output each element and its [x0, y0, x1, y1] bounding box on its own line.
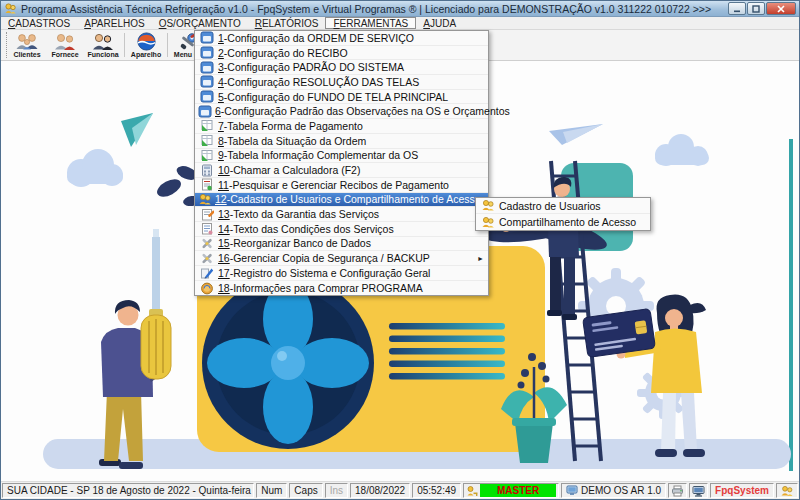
monitor-icon — [692, 485, 705, 497]
menu-item-tabela-situacao[interactable]: 8-Tabela da Situação da Ordem — [195, 134, 488, 149]
menu-item-comprar-programa[interactable]: 18-Informações para Comprar PROGRAMA — [195, 281, 488, 296]
menu-item-texto-condicoes[interactable]: 14-Texto das Condições dos Serviços — [195, 222, 488, 237]
window-icon — [198, 31, 215, 44]
paper-plane-icon — [549, 124, 603, 145]
window-icon — [198, 90, 215, 103]
aparelho-button[interactable]: Aparelho — [127, 30, 165, 60]
menu-ajuda[interactable]: AJUDA — [416, 17, 463, 29]
fornecedor-button[interactable]: Fornece — [46, 30, 84, 60]
fan-icon — [202, 277, 374, 449]
printer-icon — [671, 485, 684, 497]
calculator-icon — [198, 164, 215, 177]
computer-icon — [566, 485, 578, 496]
menu-item-tabela-informacao[interactable]: 9-Tabela Informação Complementar da OS — [195, 149, 488, 164]
window-icon — [198, 46, 215, 59]
status-date: 18/08/2022 — [350, 483, 410, 498]
menu-item-recibos[interactable]: 11-Pesquisar e Gerenciar Recibos de Paga… — [195, 178, 488, 193]
master-user-badge: MASTER — [480, 484, 556, 497]
cloud-icon — [655, 134, 709, 166]
status-bar: SUA CIDADE - SP 18 de Agosto de 2022 - Q… — [1, 481, 799, 499]
menu-relatorios[interactable]: RELATÓRIOS — [248, 17, 326, 29]
page-icon — [198, 222, 215, 235]
suppliers-icon — [53, 32, 77, 51]
status-user: MASTER — [463, 483, 559, 498]
users-icon — [780, 485, 794, 497]
menu-bar: CADASTROS APARELHOS OS/ORÇAMENTO RELATÓR… — [1, 17, 799, 30]
table-icon — [198, 149, 215, 162]
cloud-icon — [67, 149, 123, 187]
status-time: 05:52:49 — [412, 483, 461, 498]
window-icon — [198, 61, 215, 74]
menu-item-tabela-pagamento[interactable]: 7-Tabela Forma de Pagamento — [195, 119, 488, 134]
status-location: SUA CIDADE - SP 18 de Agosto de 2022 - Q… — [2, 483, 254, 498]
menu-item-config-os[interactable]: 1-Configuração da ORDEM DE SERVIÇO — [195, 31, 488, 46]
menu-item-config-recibo[interactable]: 2-Configuração do RECIBO — [195, 46, 488, 61]
submenu-arrow-icon: ► — [477, 255, 484, 262]
usuarios-submenu: Cadastro de Usuarios Compartilhamento de… — [475, 197, 651, 231]
menu-item-reorganizar-banco[interactable]: 15-Reorganizar Banco de Dados — [195, 237, 488, 252]
table-icon — [198, 119, 215, 132]
submenu-item-compartilhamento[interactable]: Compartilhamento de Acesso — [476, 214, 650, 230]
toolbar-grip[interactable] — [2, 32, 7, 58]
close-button[interactable] — [766, 2, 796, 15]
clients-icon — [14, 32, 40, 51]
paper-plane-icon — [121, 113, 153, 147]
coin-icon — [198, 282, 215, 295]
users-icon — [479, 216, 496, 229]
menu-os-orcamento[interactable]: OS/ORÇAMENTO — [152, 17, 248, 29]
window-icon — [198, 105, 212, 118]
user-key-icon — [466, 485, 478, 497]
clientes-button[interactable]: Clientes — [8, 30, 46, 60]
menu-item-cadastro-usuarios[interactable]: 12-Cadastro de Usuarios e Compartilhamen… — [195, 193, 488, 208]
receipt-icon — [198, 178, 215, 191]
title-bar: Programa Assistência Técnica Refrigeraçã… — [1, 1, 799, 17]
users-icon — [198, 193, 212, 206]
device-icon — [137, 32, 156, 51]
funcionario-button[interactable]: Funciona — [84, 30, 122, 60]
minimize-button[interactable] — [728, 2, 746, 15]
menu-item-backup[interactable]: 16-Gerenciar Copia de Segurança / BACKUP… — [195, 251, 488, 266]
menu-item-calculadora[interactable]: 10-Chamar a Calculadora (F2) — [195, 163, 488, 178]
app-window: Programa Assistência Técnica Refrigeraçã… — [0, 0, 800, 500]
toolbar-separator — [167, 33, 168, 57]
status-product: DEMO OS AR 1.0 — [561, 483, 666, 498]
table-icon — [198, 134, 215, 147]
status-insert: Ins — [325, 483, 348, 498]
status-capslock: Caps — [289, 483, 322, 498]
tools-icon — [198, 237, 215, 250]
status-display[interactable] — [689, 483, 708, 498]
ferramentas-dropdown: 1-Configuração da ORDEM DE SERVIÇO 2-Con… — [194, 30, 489, 296]
screwdriver — [141, 229, 171, 379]
menu-item-config-padrao[interactable]: 3-Configuração PADRÃO DO SISTEMA — [195, 60, 488, 75]
menu-item-config-observacoes[interactable]: 6-Configuração Padrão das Observações na… — [195, 104, 488, 119]
employees-icon — [91, 32, 115, 51]
menu-aparelhos[interactable]: APARELHOS — [77, 17, 151, 29]
app-icon — [4, 2, 17, 15]
toolbar-separator — [124, 33, 125, 57]
menu-item-config-fundo[interactable]: 5-Configuração do FUNDO DE TELA PRINCIPA… — [195, 90, 488, 105]
submenu-item-cadastro-usuarios[interactable]: Cadastro de Usuarios — [476, 198, 650, 214]
tools-icon — [198, 252, 215, 265]
pen-icon — [198, 266, 215, 279]
menu-ferramentas[interactable]: FERRAMENTAS — [325, 17, 416, 29]
maximize-button[interactable] — [747, 2, 765, 15]
window-icon — [198, 75, 215, 88]
menu-item-config-resolucao[interactable]: 4-Configuração RESOLUÇÃO DAS TELAS — [195, 75, 488, 90]
users-icon — [479, 199, 496, 212]
menu-item-registro-sistema[interactable]: 17-Registro do Sistema e Configuração Ge… — [195, 266, 488, 281]
status-brand: FpqSystem — [710, 483, 774, 498]
status-numlock: Num — [256, 483, 287, 498]
status-users[interactable] — [776, 483, 798, 498]
window-title: Programa Assistência Técnica Refrigeraçã… — [21, 3, 724, 15]
status-printer[interactable] — [668, 483, 687, 498]
menu-item-texto-garantia[interactable]: 13-Texto da Garantia das Serviços — [195, 207, 488, 222]
note-icon — [198, 208, 215, 221]
menu-cadastros[interactable]: CADASTROS — [1, 17, 77, 29]
teal-border-line — [789, 139, 793, 471]
